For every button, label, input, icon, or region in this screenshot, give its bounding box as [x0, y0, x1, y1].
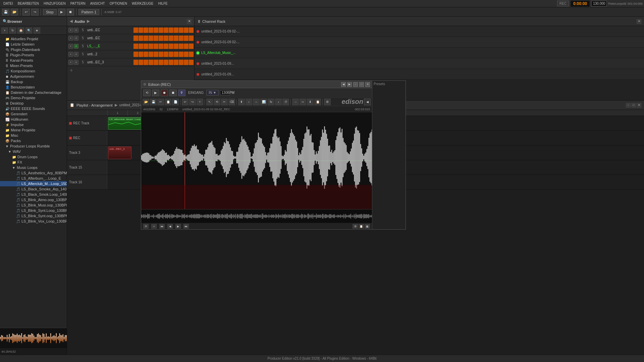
ed-tool-zoom-in[interactable]: + — [197, 99, 203, 105]
sidebar-item-meine-projekte[interactable]: 📁Meine Projekte — [0, 127, 67, 133]
ch-pad[interactable] — [133, 52, 138, 57]
refresh-button[interactable]: ↻ — [9, 27, 16, 34]
sidebar-item-huellkurven[interactable]: 📈Hüllkurven — [0, 117, 67, 122]
ed-status-btn-6[interactable]: ⏭ — [183, 224, 189, 229]
ch-pad[interactable] — [174, 36, 178, 41]
add-channel-button[interactable]: + — [67, 66, 194, 74]
search-button[interactable]: 🔍 — [25, 27, 32, 34]
sidebar-item-plugin-presets[interactable]: 🎛Plugin-Presets — [0, 52, 67, 58]
sidebar-item-kompositionen[interactable]: 🎵Kompositionen — [0, 68, 67, 74]
sidebar-item-desktop[interactable]: 🖥Desktop — [0, 101, 67, 106]
ed-tool-cut[interactable]: ✂ — [157, 99, 164, 105]
save-button[interactable]: 💾 — [2, 9, 9, 15]
edison-next-button[interactable]: ▶ — [347, 82, 352, 87]
ed-status-btn-4[interactable]: ◀ — [167, 224, 173, 229]
sidebar-item-ls-aesthetics[interactable]: 🎵LS_Aesthetics_Arp_80BPM_A — [0, 170, 67, 176]
edison-waveform[interactable] — [141, 112, 372, 209]
ch-pad[interactable] — [184, 36, 189, 41]
ch-nav-left[interactable]: ◀ — [70, 19, 72, 23]
ed-tool-send2[interactable]: ⇨ — [300, 99, 306, 105]
mixer-ch-1[interactable]: untitled_2023-01-09 02-... — [195, 26, 644, 37]
sidebar-item-ls-blink-synt1[interactable]: 🎵LS_Blink_Synt.Loop_130BPM_Am — [0, 208, 67, 213]
edison-minimap[interactable] — [141, 209, 372, 223]
menu-optionen[interactable]: OPTIONEN — [108, 1, 129, 6]
ch-pad[interactable] — [149, 36, 153, 41]
edison-max-button[interactable]: □ — [359, 82, 364, 87]
ed-status-btn-3[interactable]: ⏮ — [159, 224, 165, 229]
ch-pad[interactable] — [139, 27, 143, 33]
ch-mute-5[interactable]: ▪ — [68, 60, 73, 65]
menu-hilfe[interactable]: HILFE — [156, 1, 169, 6]
sidebar-item-ls-blink-musi[interactable]: 🎵LS_Blink_Musi.oop_130BPM_Am — [0, 202, 67, 208]
undo-button[interactable]: ↩ — [22, 9, 30, 15]
ed-status-right-3[interactable]: ▦ — [365, 224, 370, 229]
home-button[interactable]: 🏠 — [17, 27, 24, 34]
ed-stop-button[interactable]: ⏹ — [169, 89, 177, 96]
stop-button[interactable]: ⏹ — [67, 9, 74, 15]
ch-pad[interactable] — [184, 52, 189, 57]
ch-pad[interactable] — [149, 52, 153, 57]
ch-pad[interactable] — [174, 27, 178, 33]
ed-tool-playlist[interactable]: 📋 — [314, 99, 321, 105]
sidebar-item-backup[interactable]: 💾Backup — [0, 79, 67, 84]
ed-tool-time[interactable]: ⏱ — [282, 99, 289, 105]
ch-pad[interactable] — [174, 44, 178, 49]
edison-prev-button[interactable]: ◀ — [341, 82, 346, 87]
ch-pad[interactable] — [159, 60, 163, 65]
sidebar-item-aktuelles-projekt[interactable]: 📁Aktuelles Projekt — [0, 36, 67, 42]
sidebar-item-plugin-datenbank[interactable]: 🔌Plugin-Datenbank — [0, 47, 67, 52]
ch-pad[interactable] — [139, 44, 143, 49]
sidebar-item-fx[interactable]: 📁FX — [0, 160, 67, 165]
open-button[interactable]: 📂 — [11, 9, 18, 15]
sidebar-item-ls-blink-synt2[interactable]: 🎵LS_Blink_Synt.oop_130BPM_Am — [0, 213, 67, 219]
ch-pad[interactable] — [169, 52, 173, 57]
ch-pad[interactable] — [159, 44, 163, 49]
ch-pad[interactable] — [144, 27, 148, 33]
ch-pad[interactable] — [164, 44, 168, 49]
sidebar-item-demo-projekte[interactable]: 🎮Demo-Projekte — [0, 95, 67, 101]
sidebar-item-ls-afterclub[interactable]: 🎵LS_Afterclub_M...Loop_150BPM_E — [0, 181, 67, 186]
ch-mute-3[interactable]: ▪ — [68, 44, 73, 49]
ch-pad[interactable] — [179, 60, 183, 65]
sidebar-item-ls-blink-atmo[interactable]: 🎵LS_Blink_Atmo.oop_130BPM_Am — [0, 197, 67, 202]
ch-pad[interactable] — [154, 27, 158, 33]
ch-pad[interactable] — [179, 27, 183, 33]
menu-ansicht[interactable]: ANSICHT — [88, 1, 107, 6]
sidebar-item-drum-loops[interactable]: 📁Drum Loops — [0, 154, 67, 160]
ch-pad[interactable] — [174, 60, 178, 65]
ed-tool-spectrum[interactable]: 📊 — [260, 99, 267, 105]
ch-pad[interactable] — [179, 36, 183, 41]
playlist-close[interactable]: ✕ — [637, 103, 641, 108]
ed-tool-open[interactable]: 📂 — [143, 99, 149, 105]
menu-bearbeiten[interactable]: BEARBEITEN — [16, 1, 41, 6]
ch-pad[interactable] — [169, 27, 173, 33]
edison-close-button[interactable]: ✕ — [365, 82, 370, 87]
ch-pad[interactable] — [144, 52, 148, 57]
ch-pad[interactable] — [154, 44, 158, 49]
sidebar-item-mixer-presets[interactable]: 🎚Mixer-Presets — [0, 63, 67, 68]
ed-tool-loop[interactable]: ⟲ — [214, 99, 220, 105]
ed-tool-settings[interactable]: ⚙ — [324, 99, 331, 105]
ch-nav-right[interactable]: ▶ — [87, 19, 90, 23]
fav-button[interactable]: ★ — [34, 27, 40, 34]
ed-tool-send[interactable]: → — [292, 99, 299, 105]
ed-tool-select[interactable]: ↖ — [206, 99, 213, 105]
sidebar-item-ls-black-smoke-arp[interactable]: 🎵LS_Black_Smoke_Arp_140BPM_G — [0, 186, 67, 192]
ch-pad[interactable] — [154, 36, 158, 41]
menu-werkzeuge[interactable]: WERKZEUGE — [130, 1, 155, 6]
edison-min-button[interactable]: − — [353, 82, 358, 87]
ed-loop-button[interactable]: ⟲ — [143, 89, 151, 96]
ch-pad[interactable] — [189, 27, 194, 33]
pattern-selector[interactable]: Pattern 1 — [78, 9, 100, 15]
ch-pad[interactable] — [179, 52, 183, 57]
mixer-ch-4[interactable]: untitled_2023-01-09... — [195, 58, 644, 69]
ch-mute-4[interactable]: ▪ — [68, 52, 73, 57]
sidebar-item-ls-blink-vox[interactable]: 🎵LS_Blink_Vox_Loop_130BPM_Am — [0, 219, 67, 224]
sidebar-item-gerendert[interactable]: 📦Gerendert — [0, 111, 67, 117]
ed-tool-fx[interactable]: fx — [268, 99, 274, 105]
ch-pad[interactable] — [139, 36, 143, 41]
ed-tool-copy[interactable]: 📋 — [165, 99, 171, 105]
ch-pad[interactable] — [159, 36, 163, 41]
ed-tool-paste[interactable]: 📄 — [172, 99, 179, 105]
play-button[interactable]: ▶ — [58, 9, 65, 15]
